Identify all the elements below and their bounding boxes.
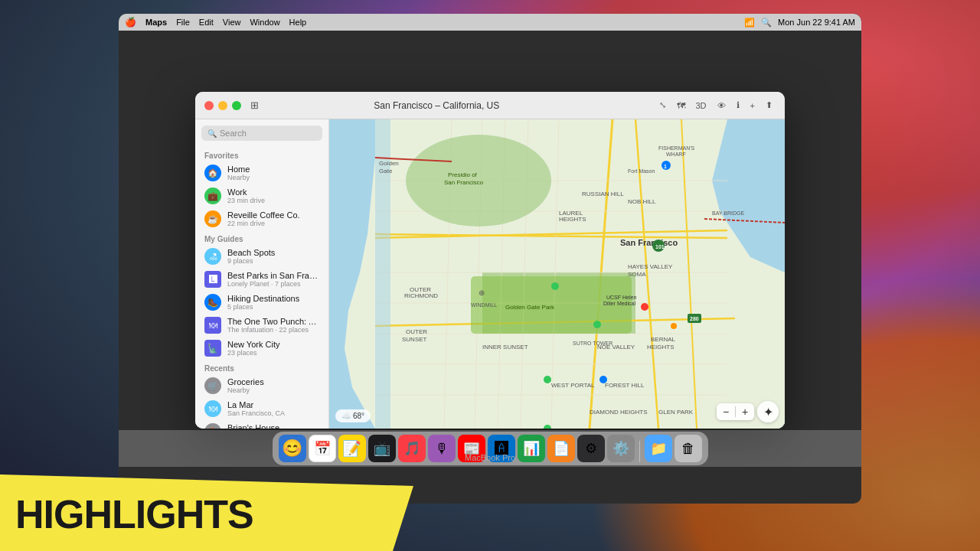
svg-text:UCSF Helen: UCSF Helen: [606, 295, 636, 300]
edit-menu[interactable]: Edit: [199, 18, 214, 27]
menu-bar-left: 🍎 Maps File Edit View Window Help: [125, 17, 735, 28]
sidebar-item-home[interactable]: 🏠 Home Nearby: [195, 161, 328, 184]
add-icon[interactable]: +: [747, 99, 758, 112]
beach-text: Beach Spots 9 places: [227, 248, 319, 265]
sidebar-item-one-two-punch[interactable]: 🍽 The One Two Punch: An SF date... The I…: [195, 314, 328, 337]
svg-text:WHARF: WHARF: [666, 152, 686, 157]
svg-point-65: [551, 282, 559, 290]
compass-rose[interactable]: ✦: [757, 401, 779, 422]
view-menu[interactable]: View: [223, 18, 241, 27]
svg-text:⊕: ⊕: [479, 289, 485, 297]
file-menu[interactable]: File: [176, 18, 190, 27]
hiking-text: Hiking Destinations 5 places: [227, 294, 319, 311]
highlights-text: HIGHLIGHTS: [15, 491, 253, 537]
svg-text:BAY BRIDGE: BAY BRIDGE: [712, 210, 744, 216]
svg-text:HEIGHTS: HEIGHTS: [647, 344, 675, 350]
svg-text:1: 1: [664, 164, 667, 169]
svg-text:101: 101: [655, 244, 665, 249]
svg-text:San Francisco: San Francisco: [620, 238, 678, 247]
window-content: 🔍 Search Favorites 🏠 Home Nearby 💼: [195, 119, 785, 429]
svg-text:SUNSET: SUNSET: [402, 336, 427, 343]
temperature: 68°: [353, 412, 364, 420]
onetwo-text: The One Two Punch: An SF date... The Inf…: [227, 317, 319, 334]
svg-text:WEST PORTAL: WEST PORTAL: [551, 382, 595, 389]
svg-text:HEIGHTS: HEIGHTS: [559, 216, 586, 223]
transport-icon[interactable]: 🗺: [674, 99, 688, 112]
nyc-text: New York City 23 places: [227, 340, 319, 357]
work-text: Work 23 min drive: [227, 187, 319, 204]
svg-text:San Francisco: San Francisco: [444, 179, 484, 186]
home-text: Home Nearby: [227, 165, 319, 181]
sidebar-item-brians-house[interactable]: 🏠 Brian's House Berkeley, CA: [195, 420, 328, 429]
svg-text:Gate: Gate: [379, 168, 393, 174]
window-menu[interactable]: Window: [250, 18, 279, 27]
svg-text:FOREST HILL: FOREST HILL: [605, 382, 645, 389]
search-placeholder: Search: [220, 129, 247, 138]
window-title: San Francisco – California, US: [217, 100, 656, 111]
park-icon: 🅻: [204, 271, 221, 288]
close-button[interactable]: [204, 101, 214, 110]
sidebar-item-hiking[interactable]: 🥾 Hiking Destinations 5 places: [195, 291, 328, 314]
help-menu[interactable]: Help: [289, 18, 307, 27]
desktop-area: ⊞ San Francisco – California, US ⤡ 🗺 3D …: [119, 31, 861, 467]
guides-section-title: My Guides: [195, 230, 328, 245]
highlights-banner: HIGHLIGHTS: [0, 474, 413, 551]
weather-icon: ☁️: [341, 412, 351, 420]
svg-text:DIAMOND HEIGHTS: DIAMOND HEIGHTS: [590, 409, 648, 416]
svg-text:NOB HILL: NOB HILL: [628, 198, 656, 205]
groceries-icon: 🛒: [204, 377, 221, 394]
svg-text:280: 280: [690, 316, 699, 321]
coffee-text: Reveille Coffee Co. 22 min drive: [227, 210, 319, 227]
lamar-text: La Mar San Francisco, CA: [227, 400, 319, 417]
svg-text:INNER SUNSET: INNER SUNSET: [482, 344, 528, 350]
sidebar-item-coffee[interactable]: ☕ Reveille Coffee Co. 22 min drive: [195, 207, 328, 230]
share-icon[interactable]: ⬆: [763, 99, 776, 112]
sidebar-item-groceries[interactable]: 🛒 Groceries Nearby: [195, 374, 328, 397]
zoom-controls: − +: [717, 403, 754, 420]
zoom-plus-button[interactable]: +: [736, 403, 754, 420]
nyc-icon: 🗽: [204, 340, 221, 357]
sidebar-item-best-parks[interactable]: 🅻 Best Parks in San Francisco to... Lone…: [195, 268, 328, 291]
search-bar[interactable]: 🔍 Search: [201, 126, 322, 141]
svg-text:Golden: Golden: [379, 160, 399, 167]
search-icon: 🔍: [207, 129, 217, 138]
map-bottom-left: ☁️ 68°: [335, 409, 371, 422]
map-area[interactable]: Golden Gate Park Presidio of San Francis…: [329, 119, 785, 429]
location-icon[interactable]: ⤡: [656, 99, 669, 112]
coffee-icon: ☕: [204, 210, 221, 227]
svg-point-68: [599, 376, 607, 383]
apple-menu-icon[interactable]: 🍎: [125, 17, 136, 28]
search-spotlight-icon[interactable]: 🔍: [761, 18, 772, 28]
recents-section-title: Recents: [195, 360, 328, 374]
sidebar: 🔍 Search Favorites 🏠 Home Nearby 💼: [195, 119, 329, 429]
svg-text:RUSSIAN HILL: RUSSIAN HILL: [582, 191, 624, 197]
map-svg: Golden Gate Park Presidio of San Francis…: [329, 119, 785, 429]
groceries-text: Groceries Nearby: [227, 377, 319, 394]
window-titlebar: ⊞ San Francisco – California, US ⤡ 🗺 3D …: [195, 92, 785, 119]
sidebar-item-lamar[interactable]: 🍽 La Mar San Francisco, CA: [195, 397, 328, 420]
maps-window: ⊞ San Francisco – California, US ⤡ 🗺 3D …: [195, 92, 785, 429]
house-icon: 🏠: [204, 423, 221, 429]
sidebar-item-nyc[interactable]: 🗽 New York City 23 places: [195, 337, 328, 360]
hiking-icon: 🥾: [204, 294, 221, 311]
sidebar-item-work[interactable]: 💼 Work 23 min drive: [195, 184, 328, 207]
svg-point-67: [544, 376, 551, 383]
wifi-icon: 📶: [744, 18, 755, 28]
svg-text:OUTER: OUTER: [406, 328, 427, 335]
weather-badge: ☁️ 68°: [335, 409, 371, 422]
info-icon[interactable]: ℹ: [733, 99, 743, 112]
zoom-minus-button[interactable]: −: [717, 403, 735, 420]
binoculars-icon[interactable]: 👁: [714, 99, 729, 112]
app-menu[interactable]: Maps: [145, 18, 167, 27]
svg-text:RICHMOND: RICHMOND: [404, 292, 438, 299]
svg-point-66: [593, 321, 601, 328]
date-time: Mon Jun 22 9:41 AM: [778, 18, 855, 27]
svg-text:WINDMILL: WINDMILL: [471, 302, 497, 308]
macbook-frame: 🍎 Maps File Edit View Window Help 📶 🔍 Mo…: [119, 14, 861, 504]
3d-button[interactable]: 3D: [693, 99, 710, 112]
sidebar-item-beach-spots[interactable]: 🏖 Beach Spots 9 places: [195, 245, 328, 268]
map-bottom-right: − + ✦: [717, 401, 779, 422]
favorites-section-title: Favorites: [195, 147, 328, 161]
svg-text:SUTRO TOWER: SUTRO TOWER: [573, 341, 612, 346]
svg-text:HAYES VALLEY: HAYES VALLEY: [628, 263, 673, 270]
